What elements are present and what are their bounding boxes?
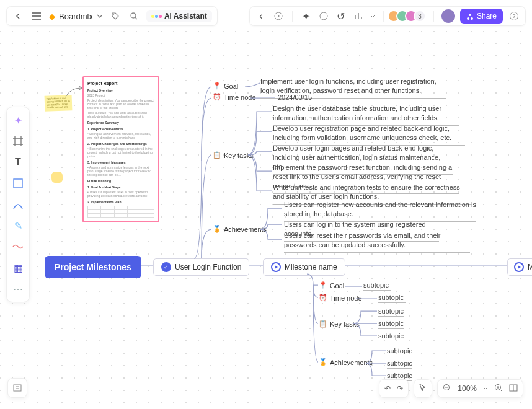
tag-icon[interactable]: [109, 10, 122, 22]
report-section: 3. Improvement Measures: [87, 161, 154, 164]
section-achievements[interactable]: 🏅Achievements: [213, 225, 267, 233]
report-title: Project Report: [87, 81, 154, 86]
bottom-toolbar: ↶ ↷ 100%: [379, 379, 523, 398]
undo-icon[interactable]: ↶: [384, 384, 391, 393]
avatar-count: 3: [414, 10, 426, 22]
component-tool-icon[interactable]: ▦: [10, 260, 26, 276]
check-icon: ✓: [161, 262, 171, 272]
play-icon[interactable]: [272, 10, 285, 22]
section-goal[interactable]: 📍Goal: [213, 82, 238, 90]
subtopic[interactable]: subtopic: [378, 294, 406, 303]
ai-icon: [151, 15, 162, 18]
mindmap-node-milestone-next[interactable]: Mile: [507, 258, 532, 276]
detail-keytask[interactable]: Design the user database table structure…: [273, 104, 459, 126]
collaborator-avatars[interactable]: 3: [391, 10, 426, 22]
mindmap-root[interactable]: Project Milestones: [45, 256, 141, 278]
project-report-card[interactable]: Project Report Project Overview 2023 Pro…: [82, 76, 159, 222]
board-name-text: Boardmlx: [59, 12, 93, 21]
report-section: Experience Summary: [87, 121, 154, 125]
subtopic[interactable]: subtopic: [363, 281, 391, 291]
mindmap-node-milestone[interactable]: Milestone name: [263, 258, 345, 276]
zoom-level[interactable]: 100%: [458, 384, 477, 393]
undo-redo-group: ↶ ↷: [379, 379, 409, 398]
report-section: 2. Project Challenges and Shortcomings: [87, 142, 154, 146]
zoom-in-icon[interactable]: [494, 384, 503, 394]
section-timenode[interactable]: ⏰Time node: [213, 93, 256, 101]
svg-text:?: ?: [512, 13, 515, 19]
report-line: • Tasks list important tasks in next ope…: [87, 190, 154, 198]
report-section: 1. Project Achievements: [87, 127, 154, 131]
pointer-icon[interactable]: [419, 384, 427, 394]
sticky-arrow: [64, 86, 83, 100]
report-line: Project description: You can describe th…: [87, 99, 154, 110]
text-tool-icon[interactable]: T: [10, 154, 26, 170]
detail-timenode[interactable]: 2024/03/15: [278, 93, 334, 105]
report-section: Project Overview: [87, 89, 154, 92]
comment-icon[interactable]: [317, 10, 330, 22]
connector-tool-icon[interactable]: [10, 196, 26, 213]
report-line: • Summarize the challenges encountered i…: [87, 147, 154, 158]
chart-icon[interactable]: [352, 10, 365, 22]
tool-palette: ✦ T ✎ ▦ ⋯: [6, 107, 30, 302]
node-label: Mile: [528, 263, 532, 271]
node-label: Milestone name: [285, 263, 337, 271]
topbar-right: ‹ ✦ ↺ 3 Share ?: [249, 6, 526, 26]
share-label: Share: [477, 12, 497, 20]
svg-point-3: [320, 12, 327, 20]
pointer-group: [414, 379, 432, 398]
sparkle-icon[interactable]: ✦: [300, 10, 313, 22]
zoom-out-icon[interactable]: [443, 384, 451, 394]
help-icon[interactable]: ?: [508, 10, 520, 22]
ai-assistant-button[interactable]: AI Assistant: [146, 10, 212, 22]
section-keytasks[interactable]: 📋Key tasks: [213, 151, 254, 159]
mindmap-node-user-login[interactable]: ✓ User Login Function: [153, 258, 249, 276]
detail-keytask[interactable]: Develop user registration page and relat…: [273, 124, 465, 146]
svg-point-0: [113, 14, 114, 15]
report-line: Time duration: You can write an outline …: [87, 111, 154, 118]
svg-rect-7: [14, 179, 22, 188]
node-label: User Login Function: [175, 263, 241, 271]
search-icon[interactable]: [128, 10, 140, 22]
board-title[interactable]: ◆ Boardmlx: [49, 12, 103, 21]
menu-icon[interactable]: [30, 10, 43, 22]
subtopic[interactable]: subtopic: [378, 307, 404, 317]
canvas[interactable]: Tips:\nHow to use canvas? Which file to …: [0, 31, 532, 409]
chevron-down-icon: [370, 13, 376, 19]
user-avatar[interactable]: [441, 9, 455, 23]
sticky-tool-icon[interactable]: [51, 172, 63, 183]
map-icon[interactable]: [509, 384, 518, 394]
svg-point-1: [131, 13, 136, 18]
back-icon[interactable]: [12, 10, 24, 22]
report-line: • Analyze and summarize lessons in the n…: [87, 165, 154, 177]
frame-tool-icon[interactable]: [10, 133, 26, 149]
section-achievements-2[interactable]: 🏅Achievements: [319, 358, 373, 366]
redo-icon[interactable]: ↷: [397, 384, 403, 393]
history-icon[interactable]: ↺: [335, 10, 347, 22]
report-section: 1. Goal For Next Stage: [87, 185, 154, 189]
share-icon: [466, 12, 474, 20]
detail-achievement[interactable]: Users can register new accounts and the …: [284, 200, 476, 222]
layers-icon: [12, 383, 22, 393]
board-icon: ◆: [49, 12, 55, 21]
share-button[interactable]: Share: [460, 9, 503, 24]
play-icon: [271, 262, 281, 272]
report-section: 2. Implementation Plan: [87, 200, 154, 204]
more-tools-icon[interactable]: ⋯: [10, 281, 26, 297]
layers-button[interactable]: [7, 378, 27, 398]
svg-rect-8: [14, 385, 21, 391]
pen-tool-icon[interactable]: ✎: [10, 218, 26, 234]
ai-tool-icon[interactable]: ✦: [10, 112, 26, 128]
chevron-down-icon: [483, 386, 488, 391]
subtopic[interactable]: subtopic: [378, 332, 404, 341]
subtopic[interactable]: subtopic: [378, 320, 404, 329]
expand-icon[interactable]: ‹: [255, 10, 267, 22]
subtopic[interactable]: subtopic: [387, 359, 412, 369]
curve-tool-icon[interactable]: [10, 239, 26, 255]
section-goal-2[interactable]: 📍Goal: [319, 281, 344, 289]
subtopic[interactable]: subtopic: [387, 347, 412, 356]
shape-tool-icon[interactable]: [10, 175, 26, 191]
detail-achievement[interactable]: Users can reset their passwords via emai…: [284, 231, 470, 253]
report-line: • Listing all achievement activities, mi…: [87, 132, 154, 139]
play-icon: [514, 262, 524, 272]
topbar-left: ◆ Boardmlx AI Assistant: [6, 6, 218, 26]
